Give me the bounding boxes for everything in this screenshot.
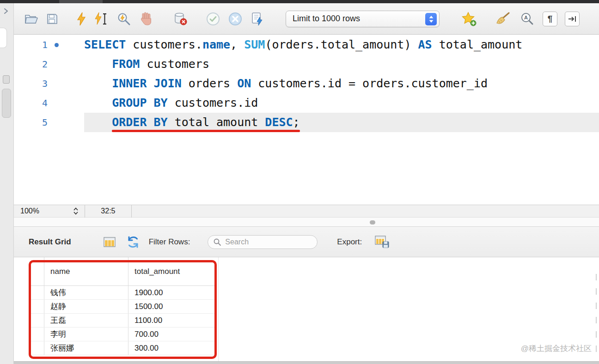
result-grid-title: Result Grid xyxy=(29,237,71,247)
row-selector-cell[interactable] xyxy=(29,328,44,341)
zoom-stepper-icon[interactable] xyxy=(73,207,79,215)
sql-editor-toolbar: Limit to 1000 rows xyxy=(14,3,599,35)
column-divider xyxy=(218,257,219,361)
limit-rows-dropdown[interactable]: Limit to 1000 rows xyxy=(286,11,440,27)
wrap-arrow-icon xyxy=(568,15,577,23)
cell-name[interactable]: 钱伟 xyxy=(44,286,128,299)
column-header-name[interactable]: name xyxy=(44,257,128,285)
explain-plan-button[interactable] xyxy=(117,11,131,27)
table-header-row: nametotal_amount xyxy=(29,257,217,286)
titlebar xyxy=(0,0,599,3)
editor-line[interactable]: 2 FROM customers xyxy=(14,55,599,74)
watermark: @稀土掘金技术社区 xyxy=(521,343,592,354)
panel-splitter[interactable] xyxy=(14,218,599,227)
code-line-text[interactable]: INNER JOIN orders ON customers.id = orde… xyxy=(84,74,599,93)
open-script-button[interactable] xyxy=(24,11,38,27)
editor-line[interactable]: 1SELECT customers.name, SUM(orders.total… xyxy=(14,35,599,55)
execute-statement-button[interactable] xyxy=(76,11,86,27)
table-row[interactable]: 钱伟1900.00 xyxy=(29,286,217,300)
filter-search-input[interactable] xyxy=(225,238,308,246)
line-number: 5 xyxy=(14,113,48,132)
grid-view-icon[interactable] xyxy=(104,234,116,250)
splitter-drag-handle[interactable] xyxy=(370,220,375,224)
editor-line[interactable]: 5 ORDER BY total amount DESC; xyxy=(14,113,599,132)
sidebar-tab-handle[interactable] xyxy=(0,28,7,48)
result-grid-panel: nametotal_amount钱伟1900.00赵静1500.00王磊1100… xyxy=(14,257,599,361)
sidebar-expand-arrow-icon[interactable] xyxy=(3,8,9,16)
code-line-text[interactable]: SELECT customers.name, SUM(orders.total_… xyxy=(84,35,599,55)
cursor-position: 32:5 xyxy=(85,207,131,215)
table-row[interactable]: 王磊1100.00 xyxy=(29,314,217,328)
column-header-total_amount[interactable]: total_amount xyxy=(128,257,216,285)
sidebar-collapsed-panel-handle[interactable] xyxy=(2,89,11,118)
row-selector-cell[interactable] xyxy=(29,314,44,327)
line-number: 1 xyxy=(14,35,48,55)
collapsed-sidebar-strip xyxy=(0,3,14,364)
beautify-sql-button[interactable] xyxy=(495,11,511,27)
show-invisible-characters-button[interactable]: ¶ xyxy=(543,12,557,26)
cell-total-amount[interactable]: 300.00 xyxy=(128,341,216,355)
execute-current-statement-button[interactable] xyxy=(94,11,108,27)
table-row[interactable]: 赵静1500.00 xyxy=(29,300,217,314)
cell-total-amount[interactable]: 700.00 xyxy=(128,328,216,341)
bottom-scrollbar-track[interactable] xyxy=(14,361,599,364)
limit-rows-value: Limit to 1000 rows xyxy=(286,14,360,24)
rollback-button[interactable] xyxy=(228,11,242,27)
zoom-level: 100% xyxy=(20,207,39,215)
add-snippet-favorite-button[interactable] xyxy=(461,11,477,27)
dropdown-stepper-icon[interactable] xyxy=(425,13,437,25)
editor-statusbar: 100% 32:5 xyxy=(14,205,599,218)
filter-search-box[interactable] xyxy=(208,235,318,249)
table-row[interactable]: 张丽娜300.00 xyxy=(29,341,217,355)
code-line-text[interactable]: GROUP BY customers.id xyxy=(84,93,599,113)
search-icon xyxy=(214,238,221,246)
table-row[interactable]: 李明700.00 xyxy=(29,328,217,341)
find-panel-button[interactable]: A xyxy=(520,11,534,27)
sql-code-editor[interactable]: 1SELECT customers.name, SUM(orders.total… xyxy=(14,35,599,205)
code-line-text[interactable]: FROM customers xyxy=(84,55,599,74)
cell-name[interactable]: 张丽娜 xyxy=(44,341,128,355)
row-selector-cell[interactable] xyxy=(29,341,44,355)
editor-line[interactable]: 3 INNER JOIN orders ON customers.id = or… xyxy=(14,74,599,93)
editor-line[interactable]: 4 GROUP BY customers.id xyxy=(14,93,599,113)
refresh-icon[interactable] xyxy=(127,234,140,250)
result-grid-toolbar: Result Grid Filter Rows: xyxy=(14,227,599,257)
row-selector-header-cell xyxy=(29,257,44,285)
autocommit-toggle-button[interactable] xyxy=(251,11,264,27)
toggle-word-wrap-button[interactable] xyxy=(565,12,580,26)
cell-total-amount[interactable]: 1900.00 xyxy=(128,286,216,299)
cell-name[interactable]: 李明 xyxy=(44,328,128,341)
export-recordset-icon[interactable] xyxy=(375,234,390,250)
row-selector-cell[interactable] xyxy=(29,286,44,299)
row-selector-cell[interactable] xyxy=(29,300,44,313)
cell-name[interactable]: 王磊 xyxy=(44,314,128,327)
commit-button[interactable] xyxy=(206,11,220,27)
stop-on-error-toggle-button[interactable] xyxy=(173,11,187,27)
save-script-button[interactable] xyxy=(46,11,58,27)
mysql-workbench-window: Limit to 1000 rows xyxy=(0,0,599,364)
line-number: 3 xyxy=(14,74,48,93)
line-number: 2 xyxy=(14,55,48,74)
code-line-text[interactable]: ORDER BY total amount DESC; xyxy=(84,113,599,132)
statement-start-marker-icon xyxy=(55,43,59,47)
line-number: 4 xyxy=(14,93,48,113)
error-underline-annotation xyxy=(112,130,300,132)
right-edge-ticks xyxy=(596,274,597,360)
statusbar-divider xyxy=(131,205,132,218)
stop-execution-button[interactable] xyxy=(140,11,153,27)
cell-name[interactable]: 赵静 xyxy=(44,300,128,313)
sidebar-clip-icon[interactable] xyxy=(3,75,10,84)
filter-rows-label: Filter Rows: xyxy=(149,237,190,247)
cell-total-amount[interactable]: 1500.00 xyxy=(128,300,216,313)
svg-text:A: A xyxy=(524,15,528,20)
export-label: Export: xyxy=(337,237,362,247)
cell-total-amount[interactable]: 1100.00 xyxy=(128,314,216,327)
pilcrow-icon: ¶ xyxy=(548,14,553,23)
titlebar-tab[interactable] xyxy=(59,0,103,3)
result-table[interactable]: nametotal_amount钱伟1900.00赵静1500.00王磊1100… xyxy=(29,257,217,355)
